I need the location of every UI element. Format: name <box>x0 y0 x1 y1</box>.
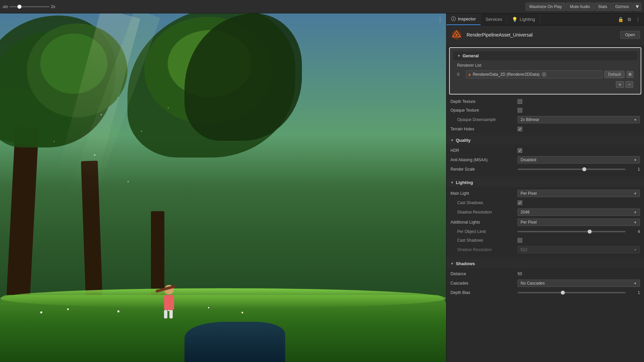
main-shadow-resolution-label: Shadow Resolution <box>450 210 518 215</box>
stats-button[interactable]: Stats <box>594 3 611 11</box>
flower-5 <box>208 307 209 308</box>
per-object-limit-slider[interactable] <box>518 231 626 232</box>
renderer-add-remove: + − <box>453 80 637 89</box>
additional-lights-label: Additional Lights <box>450 220 518 225</box>
render-scale-slider[interactable] <box>518 169 626 170</box>
viewport-menu-button[interactable]: ⋮ <box>435 15 445 24</box>
quality-arrow-icon: ▼ <box>450 138 454 142</box>
add-cast-shadows-row: Cast Shadows <box>446 236 644 245</box>
lighting-section-body: Main Light Per Pixel ▼ Cast Shadows ✓ <box>446 187 644 256</box>
add-shadow-resolution-label: Shadow Resolution <box>450 247 518 252</box>
shadows-cascades-row: Cascades No Cascades ▼ <box>446 278 644 288</box>
particle-1 <box>101 114 102 115</box>
lighting-section-header[interactable]: ▼ Lighting <box>446 178 644 187</box>
add-shadow-resolution-row: Shadow Resolution 512 ▼ <box>446 245 644 255</box>
main-light-value: Per Pixel ▼ <box>518 190 640 197</box>
render-scale-value: 1 <box>518 167 640 172</box>
right-panel: ⓘ Inspector Services 💡 Lighting 🔒 ⚙ ⋮ <box>446 13 644 362</box>
main-shadow-resolution-dropdown[interactable]: 2048 ▼ <box>518 208 640 216</box>
quality-section-header[interactable]: ▼ Quality <box>446 136 644 145</box>
tab-inspector[interactable]: ⓘ Inspector <box>446 13 481 25</box>
character <box>161 285 177 312</box>
depth-bias-label: Depth Bias <box>450 290 518 295</box>
gizmos-button[interactable]: Gizmos <box>611 3 633 11</box>
toolbar-buttons: Maximize On Play Mute Audio Stats Gizmos… <box>526 3 641 11</box>
flower-1 <box>40 311 42 313</box>
ground-highlight <box>0 288 446 308</box>
per-object-limit-thumb <box>588 230 592 234</box>
add-cast-shadows-checkbox[interactable] <box>518 238 522 243</box>
add-cast-shadows-value <box>518 238 640 243</box>
opaque-downsampling-text: 2x Bilinear <box>521 117 539 122</box>
lock-button[interactable]: 🔒 <box>617 16 624 23</box>
urp-icon-svg <box>451 29 462 40</box>
shadows-cascades-text: No Cascades <box>521 281 545 286</box>
render-scale-slider-container: 1 <box>518 167 640 172</box>
additional-lights-row: Additional Lights Per Pixel ▼ <box>446 217 644 227</box>
particle-4 <box>94 154 96 156</box>
main-light-dropdown[interactable]: Per Pixel ▼ <box>518 190 640 197</box>
tab-more-button[interactable]: ⋮ <box>635 16 641 23</box>
renderer-dot-button[interactable]: ○ <box>542 72 546 77</box>
terrain-holes-checkbox[interactable]: ✓ <box>518 127 522 131</box>
depth-bias-slider[interactable] <box>518 292 626 293</box>
depth-bias-row: Depth Bias 1 <box>446 288 644 297</box>
depth-texture-checkbox[interactable] <box>518 99 522 104</box>
renderer-remove-button[interactable]: − <box>625 81 633 88</box>
add-shadow-resolution-text: 512 <box>521 247 527 252</box>
renderer-add-button[interactable]: + <box>616 81 624 88</box>
main-cast-shadows-value: ✓ <box>518 200 640 205</box>
viewport: ⋮ <box>0 13 446 362</box>
open-button[interactable]: Open <box>620 31 640 39</box>
mute-audio-button[interactable]: Mute Audio <box>566 3 594 11</box>
asset-name: RenderPipelineAsset_Universal <box>467 32 616 38</box>
tab-actions: 🔒 ⚙ ⋮ <box>614 13 644 25</box>
opaque-texture-label: Opaque Texture <box>450 108 518 113</box>
hdr-checkbox[interactable]: ✓ <box>518 148 522 153</box>
shadows-section: ▼ Shadows Distance 50 Cascades <box>446 259 644 298</box>
additional-lights-dropdown[interactable]: Per Pixel ▼ <box>518 219 640 226</box>
inspector-icon: ⓘ <box>451 16 456 22</box>
main-shadow-resolution-value: 2048 ▼ <box>518 208 640 216</box>
more-options-button[interactable]: ▼ <box>633 3 641 11</box>
particle-6 <box>127 181 129 182</box>
additional-lights-text: Per Pixel <box>521 220 537 225</box>
tab-inspector-label: Inspector <box>458 16 476 21</box>
add-shadow-resolution-value: 512 ▼ <box>518 246 640 253</box>
quality-section-title: Quality <box>456 138 471 143</box>
tab-bar: ⓘ Inspector Services 💡 Lighting 🔒 ⚙ ⋮ <box>446 13 644 25</box>
renderer-list-title: Renderer List <box>453 62 637 69</box>
opaque-downsampling-label: Opaque Downsamplir <box>450 117 518 122</box>
opaque-downsampling-value: 2x Bilinear ▼ <box>518 116 640 123</box>
shadows-distance-label: Distance <box>450 272 518 276</box>
add-shadow-resolution-dropdown[interactable]: 512 ▼ <box>518 246 640 253</box>
shadows-arrow-icon: ▼ <box>450 262 454 265</box>
particle-3 <box>141 131 142 132</box>
opaque-texture-checkbox[interactable] <box>518 108 522 113</box>
quality-section: ▼ Quality HDR ✓ Anti Aliasing (MSAA) <box>446 136 644 175</box>
scene-layer <box>0 13 446 362</box>
renderer-data-icon: ♠ <box>468 72 471 77</box>
depth-texture-row: Depth Texture <box>446 97 644 106</box>
main-cast-shadows-checkbox[interactable]: ✓ <box>518 200 522 205</box>
shadows-cascades-dropdown[interactable]: No Cascades ▼ <box>518 280 640 287</box>
anti-aliasing-dropdown[interactable]: Disabled ▼ <box>518 156 640 164</box>
maximize-on-play-button[interactable]: Maximize On Play <box>526 3 566 11</box>
tab-settings-button[interactable]: ⚙ <box>626 16 633 23</box>
tab-lighting-label: Lighting <box>520 17 535 22</box>
main-shadow-resolution-text: 2048 <box>521 210 530 215</box>
tab-lighting[interactable]: 💡 Lighting <box>507 13 540 25</box>
scale-slider[interactable] <box>9 6 50 7</box>
shadows-section-header[interactable]: ▼ Shadows <box>446 259 644 268</box>
renderer-field[interactable]: ♠ RendererData_2D (Renderer2DData) ○ <box>466 70 602 78</box>
renderer-default-button[interactable]: Default <box>604 71 625 78</box>
tab-services[interactable]: Services <box>481 13 507 25</box>
depth-texture-label: Depth Texture <box>450 99 518 104</box>
shadows-cascades-value: No Cascades ▼ <box>518 280 640 287</box>
general-section-header[interactable]: ▼ General <box>453 51 637 60</box>
char-leg-left <box>164 310 167 318</box>
opaque-downsampling-dropdown[interactable]: 2x Bilinear ▼ <box>518 116 640 123</box>
renderer-gear-button[interactable]: ⚙ <box>627 71 633 78</box>
renderer-index: 0 <box>457 72 464 77</box>
main-light-arrow-icon: ▼ <box>634 192 637 195</box>
